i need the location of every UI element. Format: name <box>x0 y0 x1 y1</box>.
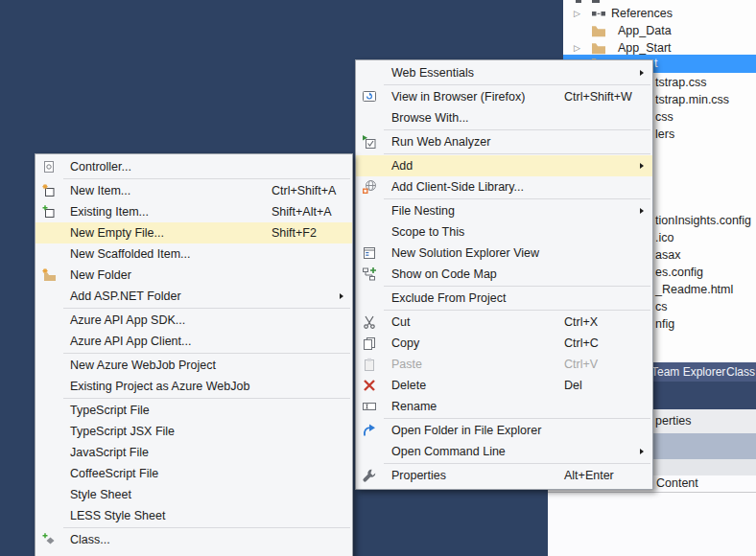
menu-item-controller[interactable]: Controller... <box>35 156 352 177</box>
tree-item-references[interactable]: ▷References <box>563 5 756 22</box>
paste-icon <box>362 357 377 372</box>
vs-shell: ▷ReferencesApp_Data▷App_Startttstrap.css… <box>0 0 756 556</box>
add-submenu: Controller...New Item...Ctrl+Shift+AExis… <box>35 153 353 556</box>
menu-item-rename[interactable]: Rename <box>356 396 652 417</box>
menu-item-class[interactable]: Class... <box>35 529 352 550</box>
menu-separator <box>384 129 650 130</box>
menu-separator <box>63 178 350 179</box>
menu-item-web-essentials[interactable]: Web Essentials <box>356 62 652 83</box>
icon-slot-empty <box>356 288 383 309</box>
folder-icon <box>591 40 606 56</box>
view-in-browser-icon <box>356 86 383 107</box>
copy-icon <box>356 333 383 354</box>
menu-separator <box>63 398 350 399</box>
menu-item-label: Open Folder in File Explorer <box>383 424 541 437</box>
menu-item-new-solution-explorer-view[interactable]: New Solution Explorer View <box>356 243 652 264</box>
tree-item-label: References <box>611 5 673 22</box>
submenu-arrow-icon <box>640 208 644 214</box>
menu-item-view-in-browser-firefox[interactable]: View in Browser (Firefox)Ctrl+Shift+W <box>356 86 652 107</box>
add-client-side-library-icon <box>362 179 377 195</box>
menu-item-existing-item[interactable]: Existing Item...Shift+Alt+A <box>35 201 352 222</box>
new-folder-icon <box>41 267 57 283</box>
menu-item-typescript-file[interactable]: TypeScript File <box>35 400 352 421</box>
icon-slot-empty <box>35 505 62 526</box>
menu-item-open-command-line[interactable]: Open Command Line <box>356 441 652 462</box>
properties-icon <box>362 468 377 483</box>
cut-icon <box>362 314 377 330</box>
menu-item-style-sheet[interactable]: Style Sheet <box>35 484 352 505</box>
menu-separator <box>384 418 650 419</box>
menu-item-azure-api-app-sdk[interactable]: Azure API App SDK... <box>35 310 352 331</box>
menu-item-cut[interactable]: CutCtrl+X <box>356 312 652 333</box>
tree-item-label: lers <box>655 126 674 143</box>
menu-item-browse-with[interactable]: Browse With... <box>356 107 652 128</box>
menu-item-existing-project-as-azure-webjob[interactable]: Existing Project as Azure WebJob <box>35 376 352 397</box>
tree-item-label: t <box>654 55 657 73</box>
menu-item-label: Azure API App SDK... <box>62 313 185 327</box>
menu-item-label: Rename <box>383 400 437 413</box>
icon-slot-empty <box>35 331 62 352</box>
menu-item-typescript-jsx-file[interactable]: TypeScript JSX File <box>35 421 352 442</box>
menu-item-label: New Azure WebJob Project <box>62 359 216 372</box>
open-folder-explorer-icon <box>356 420 383 441</box>
expander-collapsed-icon[interactable]: ▷ <box>574 5 580 22</box>
rename-icon <box>356 396 383 417</box>
menu-item-label: Existing Project as Azure WebJob <box>62 380 249 393</box>
menu-item-label: New Solution Explorer View <box>383 246 539 260</box>
menu-item-new-empty-file[interactable]: New Empty File...Shift+F2 <box>35 222 352 243</box>
menu-item-copy[interactable]: CopyCtrl+C <box>356 333 652 354</box>
menu-item-new-folder[interactable]: New Folder <box>35 265 352 286</box>
tab-class[interactable]: Class <box>726 362 755 382</box>
menu-item-label: File Nesting <box>383 204 455 218</box>
menu-item-label: Add Client-Side Library... <box>383 180 524 194</box>
icon-slot-empty <box>35 376 62 397</box>
icon-slot-empty <box>35 442 62 463</box>
menu-item-label: New Scaffolded Item... <box>62 247 191 261</box>
menu-item-shortcut: Ctrl+Shift+W <box>564 86 632 107</box>
menu-item-delete[interactable]: DeleteDel <box>356 375 652 396</box>
menu-item-show-on-code-map[interactable]: Show on Code Map <box>356 264 652 285</box>
tree-item-label: nfig <box>655 315 674 333</box>
menu-item-label: Cut <box>383 315 410 329</box>
menu-item-add-asp-net-folder[interactable]: Add ASP.NET Folder <box>35 286 352 307</box>
menu-item-exclude-from-project[interactable]: Exclude From Project <box>356 288 652 309</box>
tree-item-label: es.config <box>655 264 703 281</box>
menu-item-label: Properties <box>383 469 446 482</box>
tree-item-app-data[interactable]: App_Data <box>563 22 756 39</box>
menu-item-label: Style Sheet <box>62 488 131 501</box>
menu-item-new-item[interactable]: New Item...Ctrl+Shift+A <box>35 180 352 201</box>
tree-item-label: asax <box>655 246 680 264</box>
menu-item-properties[interactable]: PropertiesAlt+Enter <box>356 465 652 486</box>
menu-separator <box>384 84 650 85</box>
menu-item-open-folder-in-file-explorer[interactable]: Open Folder in File Explorer <box>356 420 652 441</box>
menu-item-label: Existing Item... <box>62 205 149 219</box>
tab-team-explorer[interactable]: Team Explorer <box>651 362 725 382</box>
menu-item-label: Open Command Line <box>383 445 506 458</box>
menu-item-add-client-side-library[interactable]: Add Client-Side Library... <box>356 176 652 197</box>
menu-item-shortcut: Ctrl+C <box>564 333 599 354</box>
tree-item-label: tstrap.min.css <box>655 91 729 108</box>
menu-item-file-nesting[interactable]: File Nesting <box>356 200 652 221</box>
menu-item-shortcut: Ctrl+X <box>564 312 598 333</box>
menu-item-label: JavaScript File <box>62 446 149 459</box>
menu-item-azure-api-app-client[interactable]: Azure API App Client... <box>35 331 352 352</box>
delete-icon <box>356 375 383 396</box>
menu-separator <box>63 527 350 528</box>
icon-slot-empty <box>356 441 383 462</box>
context-menu: Web EssentialsView in Browser (Firefox)C… <box>355 59 653 490</box>
menu-separator <box>384 153 650 154</box>
menu-item-new-azure-webjob-project[interactable]: New Azure WebJob Project <box>35 355 352 376</box>
menu-item-coffeescript-file[interactable]: CoffeeScript File <box>35 463 352 484</box>
menu-item-add[interactable]: Add <box>356 155 652 176</box>
menu-item-paste[interactable]: PasteCtrl+V <box>356 354 652 375</box>
menu-item-less-style-sheet[interactable]: LESS Style Sheet <box>35 505 352 526</box>
menu-item-new-scaffolded-item[interactable]: New Scaffolded Item... <box>35 243 352 265</box>
icon-slot-empty <box>356 221 383 243</box>
run-web-analyzer-icon <box>362 134 377 150</box>
menu-item-javascript-file[interactable]: JavaScript File <box>35 442 352 463</box>
menu-item-scope-to-this[interactable]: Scope to This <box>356 221 652 243</box>
menu-item-run-web-analyzer[interactable]: Run Web Analyzer <box>356 131 652 152</box>
menu-item-label: New Folder <box>62 268 131 282</box>
run-web-analyzer-icon <box>356 131 383 152</box>
clipped-tree-row-fragment <box>592 0 600 3</box>
